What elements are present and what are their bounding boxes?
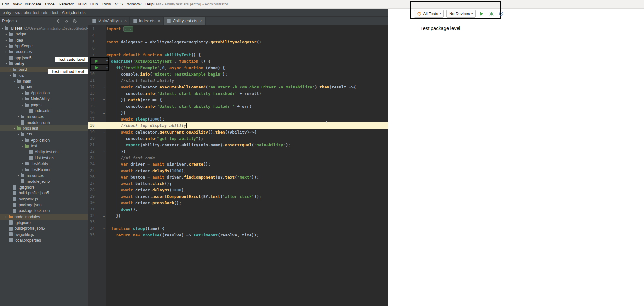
code-line-28[interactable]: 28 await driver.delayMs(1000); [88,187,388,193]
tree-item-node-modules[interactable]: ▸node_modules [0,214,88,220]
run-configuration-select[interactable]: All Tests ▾ [414,10,444,18]
code-line-17[interactable]: 17 await sleep(1000); [88,116,388,122]
locate-file-icon[interactable] [56,19,61,23]
project-view-selector[interactable]: Project [2,19,14,23]
code-line-19[interactable]: 19▾ await delegator.getCurrentTopAbility… [88,129,388,135]
tree-item-gitignore[interactable]: .gitignore [0,220,88,226]
menu-item-view[interactable]: View [11,2,24,6]
tree-item-resources[interactable]: ▸resources [0,49,88,55]
tab-ability-test-ets[interactable]: Ability.test.ets× [164,17,206,25]
device-select[interactable]: No Devices ▾ [446,10,476,18]
tree-item-module-json5[interactable]: module.json5 [0,120,88,125]
code-line-1[interactable]: 1import ... [88,26,388,32]
menu-item-code[interactable]: Code [43,2,57,6]
close-tab-icon[interactable]: × [158,18,160,23]
code-line-32[interactable]: 32▴ }) [88,212,388,219]
code-line-34[interactable]: 34▾ function sleep(time) { [88,225,388,232]
code-line-11[interactable]: 11 //start tested ability [88,77,388,84]
code-line-30[interactable]: 30 await driver.pressBack(); [88,199,388,206]
breadcrumb-item-entry[interactable]: entry [2,10,12,15]
tree-item-uitest[interactable]: ▾UiTestC:\Users\Administrator\DevEcoStud… [0,25,88,31]
tree-item-application[interactable]: ▸Application [0,137,88,143]
menu-item-edit[interactable]: Edit [0,2,11,6]
code-line-7[interactable]: 7export default function abilityTest() { [88,51,388,58]
tree-item-hvigorfile-js[interactable]: hvigorfile.js [0,196,88,202]
code-line-26[interactable]: 26 var button = await driver.findCompone… [88,174,388,180]
run-test-suite-gutter-icon[interactable] [95,60,98,63]
tree-item-local-properties[interactable]: local.properties [0,237,88,243]
tree-item-hvigorfile-js[interactable]: hvigorfile.js [0,231,88,237]
tree-item-hvigor[interactable]: ▸.hvigor [0,31,88,37]
run-button[interactable] [478,10,485,17]
fold-down-icon[interactable]: ▾ [106,66,108,69]
tab-mainability-ts[interactable]: MainAbility.ts× [89,17,130,25]
hide-panel-icon[interactable] [80,19,85,23]
code-line-18[interactable]: 18 //check top display ability [88,122,388,129]
code-line-4[interactable]: 4 [88,32,388,39]
tree-item-testrunner[interactable]: ▸TestRunner [0,167,88,172]
code-line-33[interactable]: 33 [88,219,388,225]
tree-item-index-ets[interactable]: index.ets [0,108,88,114]
tree-item-package-lock-json[interactable]: package-lock.json [0,208,88,214]
code-line-5[interactable]: 5const delegator = abilityDelegatorRegis… [88,39,388,45]
code-line-14[interactable]: 14▾ }).catch(err => { [88,97,388,103]
menu-item-run[interactable]: Run [89,2,100,6]
tree-item-ohostest[interactable]: ▾ohosTest [0,125,88,131]
code-line-24[interactable]: 24 var driver = await UiDriver.create(); [88,161,388,167]
tree-item-build-profile-json5[interactable]: build-profile.json5 [0,190,88,196]
fold-down-icon[interactable]: ▾ [103,131,105,134]
tree-item-list-test-ets[interactable]: List.test.ets [0,155,88,161]
code-line-10[interactable]: 10 console.info("uitest: TestUiExample b… [88,71,388,77]
tree-item-gitignore[interactable]: .gitignore [0,184,88,190]
fold-down-icon[interactable]: ▾ [106,60,108,62]
menu-item-navigate[interactable]: Navigate [23,2,43,6]
tree-item-pages[interactable]: ▾pages [0,102,88,108]
close-tab-icon[interactable]: × [200,18,203,23]
code-line-35[interactable]: 35 return new Promise((resolve) => setTi… [88,232,388,238]
settings-gear-icon[interactable] [72,19,77,23]
collapse-all-icon[interactable] [64,19,69,23]
fold-down-icon[interactable]: ▾ [103,86,105,88]
code-line-15[interactable]: 15 console.info('Uitest, start ability f… [88,103,388,109]
debug-button[interactable] [488,10,495,17]
tree-item-idea[interactable]: ▸.idea [0,37,88,43]
tree-item-resources[interactable]: ▸resources [0,172,88,178]
breadcrumb-item-src[interactable]: src [14,10,21,15]
code-line-21[interactable]: 21 expect(Ability.context.abilityInfo.na… [88,142,388,148]
close-tab-icon[interactable]: × [124,18,127,23]
menu-item-refactor[interactable]: Refactor [57,2,76,6]
code-line-27[interactable]: 27 await button.click(); [88,180,388,187]
code-line-20[interactable]: 20 console.info("get top ability"); [88,135,388,142]
code-line-6[interactable]: 6 [88,45,388,51]
code-line-22[interactable]: 22▴ }) [88,148,388,154]
code-line-9[interactable]: 9 it('testUiExample',0, async function (… [88,64,388,71]
tree-item-mainability[interactable]: ▸MainAbility [0,96,88,102]
fold-down-icon[interactable]: ▾ [103,98,105,101]
tree-item-module-json5[interactable]: module.json5 [0,179,88,184]
tab-index-ets[interactable]: index.ets× [130,17,164,25]
code-line-25[interactable]: 25 await driver.delayMs(1000); [88,167,388,174]
menu-item-vcs[interactable]: VCS [113,2,125,6]
fold-up-icon[interactable]: ▴ [103,150,105,153]
tree-item-application[interactable]: ▸Application [0,90,88,96]
tree-item-resources[interactable]: ▸resources [0,114,88,119]
menu-item-tools[interactable]: Tools [100,2,113,6]
code-editor[interactable]: 1import ...45const delegator = abilityDe… [88,25,388,306]
tree-item-build-profile-json5[interactable]: build-profile.json5 [0,226,88,231]
tree-item-package-json[interactable]: package.json [0,202,88,208]
tree-item-testability[interactable]: ▸TestAbility [0,161,88,167]
code-line-12[interactable]: 12▾ await delegator.executeShellCommand(… [88,84,388,90]
menu-item-build[interactable]: Build [76,2,89,6]
tree-item-test[interactable]: ▾test [0,143,88,149]
breadcrumb-item-ohostest[interactable]: ohosTest [23,10,40,15]
tree-item-ability-test-ets[interactable]: Ability.test.ets [0,149,88,155]
code-line-31[interactable]: 31 done(); [88,206,388,212]
run-test-method-gutter-icon[interactable] [95,66,98,69]
code-line-29[interactable]: 29 await driver.assertComponentExist(BY.… [88,193,388,199]
tree-item-main[interactable]: ▾main [0,79,88,84]
fold-up-icon[interactable]: ▴ [103,214,105,217]
profile-button[interactable] [497,10,505,17]
breadcrumb-item-ability-test-ets[interactable]: Ability.test.ets [61,10,86,15]
menu-item-window[interactable]: Window [125,2,143,6]
code-line-8[interactable]: 8 describe('ActsAbilityTest', function (… [88,58,388,64]
